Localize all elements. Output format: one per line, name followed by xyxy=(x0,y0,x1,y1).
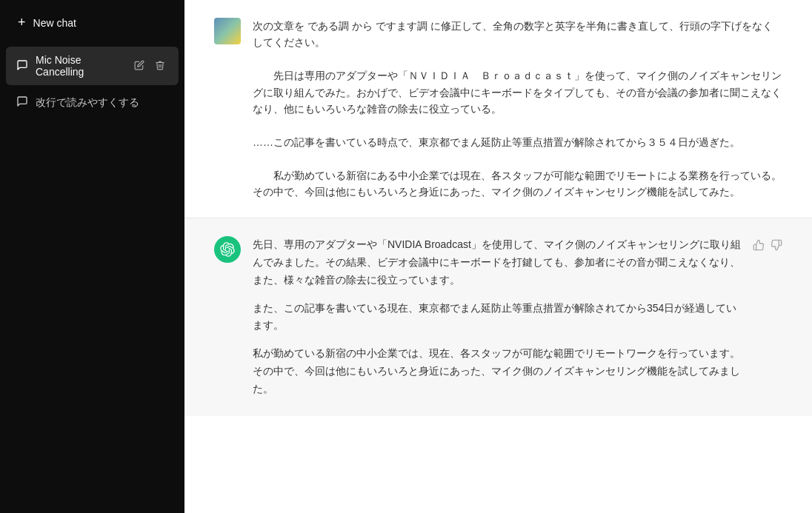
main-content: 次の文章を である調 から ですます調 に修正して、全角の数字と英字を半角に書き… xyxy=(184,0,812,513)
ai-avatar xyxy=(214,236,241,263)
ai-para1: 先日、専用のアダプターや「NVIDIA Broadcast」を使用して、マイク側… xyxy=(253,236,741,289)
thumbs-down-button[interactable] xyxy=(771,239,782,254)
user-instruction: 次の文章を である調 から ですます調 に修正して、全角の数字と英字を半角に書き… xyxy=(253,18,782,51)
chat-icon xyxy=(16,59,28,73)
sidebar-item-mic-noise[interactable]: Mic Noise Cancelling xyxy=(6,47,179,85)
sidebar-item-actions xyxy=(131,58,168,74)
new-chat-label: New chat xyxy=(33,17,76,29)
delete-chat-button[interactable] xyxy=(152,58,168,74)
user-para1: 先日は専用のアダプターや「ＮＶＩＤＩＡ Ｂｒｏａｄｃａｓｔ」を使って、マイク側の… xyxy=(253,67,782,117)
user-avatar-image xyxy=(214,18,241,44)
instruction-text: 次の文章を である調 から ですます調 に修正して、全角の数字と英字を半角に書き… xyxy=(253,20,773,48)
ai-message-text: 先日、専用のアダプターや「NVIDIA Broadcast」を使用して、マイク側… xyxy=(253,236,741,398)
user-para3: 私が勤めている新宿にある中小企業では現在、各スタッフが可能な範囲でリモートによる… xyxy=(253,167,782,201)
user-para1-text: 先日は専用のアダプターや「ＮＶＩＤＩＡ Ｂｒｏａｄｃａｓｔ」を使って、マイク側の… xyxy=(253,70,782,115)
plus-icon: + xyxy=(18,15,26,30)
chat-icon-plain xyxy=(16,95,28,110)
edit-chat-button[interactable] xyxy=(131,58,147,74)
new-chat-button[interactable]: + New chat xyxy=(6,6,179,39)
user-message-block: 次の文章を である調 から ですます調 に修正して、全角の数字と英字を半角に書き… xyxy=(184,0,812,218)
sidebar: + New chat Mic Noise Cancelling 改行で読みやすく… xyxy=(0,0,184,513)
ai-para2: また、この記事を書いている現在、東京都でまん延防止等重点措置が解除されてから35… xyxy=(253,300,741,335)
sidebar-item-left: Mic Noise Cancelling xyxy=(16,54,131,78)
ai-para2-text: また、この記事を書いている現在、東京都でまん延防止等重点措置が解除されてから35… xyxy=(253,302,736,332)
thumbs-up-button[interactable] xyxy=(753,239,765,254)
user-message-text: 次の文章を である調 から ですます調 に修正して、全角の数字と英字を半角に書き… xyxy=(253,18,782,200)
user-para3-text: 私が勤めている新宿にある中小企業では現在、各スタッフが可能な範囲でリモートによる… xyxy=(253,170,782,198)
sidebar-kaigyo-label: 改行で読みやすくする xyxy=(36,96,139,110)
sidebar-item-kaigyo[interactable]: 改行で読みやすくする xyxy=(6,88,179,117)
user-para2-text: ……この記事を書いている時点で、東京都でまん延防止等重点措置が解除されてから３５… xyxy=(253,136,740,148)
ai-message-block: 先日、専用のアダプターや「NVIDIA Broadcast」を使用して、マイク側… xyxy=(184,218,812,415)
ai-para3: 私が勤めている新宿の中小企業では、現在、各スタッフが可能な範囲でリモートワークを… xyxy=(253,345,741,398)
sidebar-item-label: Mic Noise Cancelling xyxy=(36,54,131,78)
user-para2: ……この記事を書いている時点で、東京都でまん延防止等重点措置が解除されてから３５… xyxy=(253,134,782,150)
user-avatar xyxy=(214,18,241,44)
ai-para1-text: 先日、専用のアダプターや「NVIDIA Broadcast」を使用して、マイク側… xyxy=(253,238,741,286)
ai-para3-text: 私が勤めている新宿の中小企業では、現在、各スタッフが可能な範囲でリモートワークを… xyxy=(253,347,740,395)
ai-message-actions xyxy=(753,236,782,398)
